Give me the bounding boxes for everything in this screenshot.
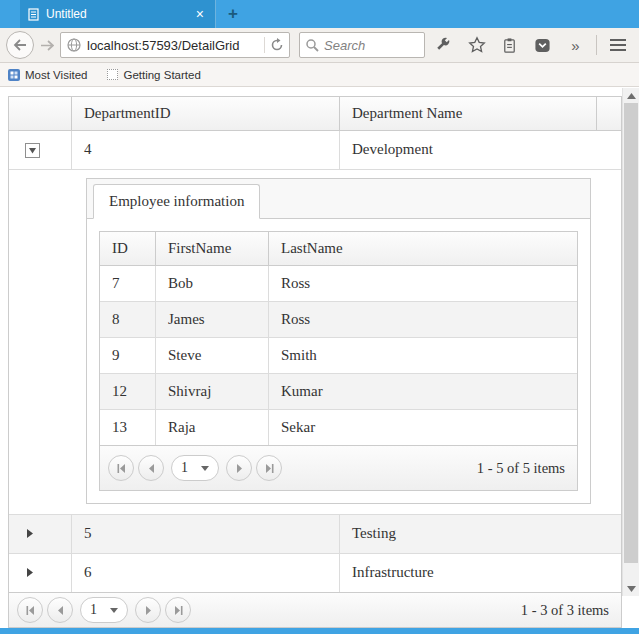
employee-id-cell: 7 [100,266,155,301]
column-header-lastname[interactable]: LastName [268,232,577,265]
developer-wrench-button[interactable] [429,31,458,59]
bookmarks-bar: Most Visited Getting Started [0,63,639,87]
url-bar[interactable] [60,32,290,58]
pager-info: 1 - 3 of 3 items [521,602,613,619]
search-icon [305,38,319,52]
overflow-button[interactable]: » [561,31,590,59]
back-button[interactable] [6,31,34,59]
employee-firstname-cell: Raja [155,410,268,445]
navigation-toolbar: » [0,28,639,63]
first-page-button[interactable] [17,597,43,623]
department-id-cell: 4 [71,131,339,169]
bookmark-getting-started[interactable]: Getting Started [107,69,200,81]
department-grid-header: DepartmentID Department Name [9,97,621,131]
department-grid: DepartmentID Department Name 4 Developme… [8,96,622,628]
search-input[interactable] [324,38,419,53]
tab-employee-information[interactable]: Employee information [93,184,260,219]
employee-lastname-cell: Ross [268,266,577,301]
employee-firstname-cell: Shivraj [155,374,268,409]
employee-lastname-cell: Ross [268,302,577,337]
site-identity-globe-icon [66,37,82,53]
url-separator [264,37,265,53]
employee-lastname-cell: Sekar [268,410,577,445]
tab-title: Untitled [46,7,193,21]
vertical-scrollbar[interactable] [622,88,639,596]
scroll-down-icon [627,586,636,592]
hierarchy-cell [9,131,71,169]
employee-row-12: 12 Shivraj Kumar [100,373,577,409]
employee-firstname-cell: Steve [155,338,268,373]
current-page: 1 [181,460,188,476]
first-page-button[interactable] [108,455,134,481]
employee-lastname-cell: Kumar [268,374,577,409]
current-page: 1 [90,602,97,618]
last-page-button[interactable] [165,597,191,623]
url-input[interactable] [87,38,259,53]
employee-firstname-cell: Bob [155,266,268,301]
department-row-4: 4 Development [9,131,621,169]
menu-button[interactable] [603,31,632,59]
column-header-department-name[interactable]: Department Name [339,97,596,130]
next-page-button[interactable] [135,597,161,623]
department-row-6: 6 Infrastructure [9,553,621,592]
new-tab-button[interactable]: + [216,0,250,28]
bookmark-star-button[interactable] [462,31,491,59]
scrollbar-thumb[interactable] [624,103,638,563]
previous-page-button[interactable] [138,455,164,481]
tab-close-icon[interactable]: × [193,7,207,21]
department-name-cell: Development [339,131,621,169]
department-id-cell: 5 [71,515,339,553]
search-bar[interactable] [299,32,425,58]
page-number-select[interactable]: 1 [171,455,219,481]
scroll-up-button[interactable] [623,88,639,103]
pocket-button[interactable] [528,31,557,59]
hierarchy-column-header [9,97,71,130]
expand-row-icon[interactable] [25,528,34,539]
employee-row-9: 9 Steve Smith [100,337,577,373]
header-filler [596,97,621,130]
employee-lastname-cell: Smith [268,338,577,373]
window-bottom-edge [0,628,639,634]
next-page-button[interactable] [226,455,252,481]
forward-button[interactable] [38,31,56,59]
tabstrip-content: ID FirstName LastName 7 Bob Ross 8 James [87,219,590,503]
employee-id-cell: 12 [100,374,155,409]
column-header-firstname[interactable]: FirstName [155,232,268,265]
scroll-down-button[interactable] [623,581,639,596]
column-header-departmentid[interactable]: DepartmentID [71,97,339,130]
wrench-icon [435,37,452,54]
column-header-id[interactable]: ID [100,232,155,265]
expand-row-icon[interactable] [25,567,34,578]
page-number-select[interactable]: 1 [80,597,128,623]
reload-icon[interactable] [270,38,284,52]
previous-page-button[interactable] [47,597,73,623]
tabstrip-items: Employee information [87,179,590,219]
employee-id-cell: 9 [100,338,155,373]
pager-info: 1 - 5 of 5 items [477,460,569,477]
bookmarks-panel-button[interactable] [495,31,524,59]
employee-id-cell: 13 [100,410,155,445]
bookmark-label: Most Visited [25,69,87,81]
employee-grid: ID FirstName LastName 7 Bob Ross 8 James [99,231,578,491]
department-id-cell: 6 [71,554,339,592]
double-chevron-icon: » [571,38,579,53]
bookmark-most-visited[interactable]: Most Visited [8,69,87,81]
pocket-icon [534,37,551,54]
employee-row-8: 8 James Ross [100,301,577,337]
browser-tab-untitled[interactable]: Untitled × [20,0,216,28]
department-name-cell: Testing [339,515,621,553]
collapse-row-icon[interactable] [25,143,40,158]
dropdown-caret-icon [110,608,118,613]
department-grid-pager: 1 1 - 3 of 3 items [9,592,621,627]
hierarchy-cell [9,554,71,592]
department-name-cell: Infrastructure [339,554,621,592]
employee-id-cell: 8 [100,302,155,337]
page-content: DepartmentID Department Name 4 Developme… [0,88,622,628]
forward-arrow-icon [41,40,54,51]
toolbar-separator [596,35,597,55]
most-visited-icon [8,69,20,81]
last-page-button[interactable] [256,455,282,481]
bookmark-label: Getting Started [123,69,200,81]
employee-row-13: 13 Raja Sekar [100,409,577,445]
employee-grid-header: ID FirstName LastName [100,232,577,266]
